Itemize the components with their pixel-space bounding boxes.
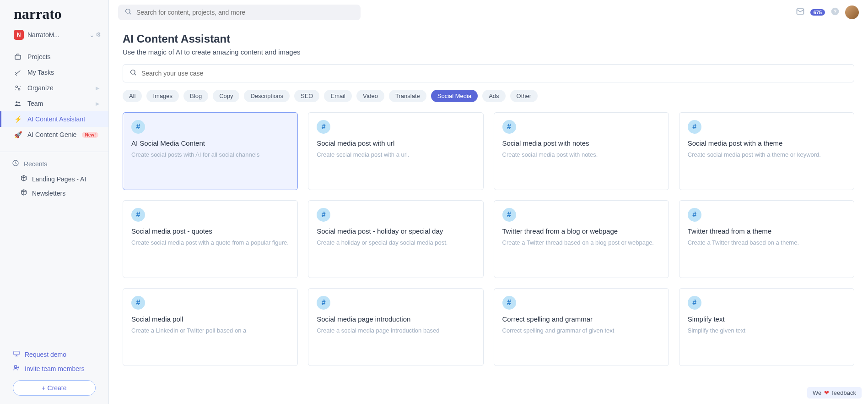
- card-title: Correct spelling and grammar: [502, 315, 660, 323]
- card-title: Social media post with a theme: [688, 139, 846, 147]
- global-search[interactable]: [118, 5, 361, 20]
- hash-icon: #: [131, 120, 145, 134]
- filter-all[interactable]: All: [123, 90, 142, 102]
- card-desc: Correct spelling and grammar of given te…: [502, 327, 660, 335]
- usecase-search-input[interactable]: [141, 70, 847, 77]
- global-search-input[interactable]: [136, 9, 354, 16]
- card-title: Twitter thread from a blog or webpage: [502, 227, 660, 235]
- help-icon[interactable]: ?: [830, 7, 840, 18]
- card-desc: Create a holiday or special day social m…: [317, 239, 474, 247]
- notification-count[interactable]: 675: [810, 9, 825, 16]
- svg-point-1: [16, 86, 17, 87]
- card-grid: #AI Social Media ContentCreate social po…: [123, 112, 854, 366]
- check-icon: [14, 69, 22, 76]
- filter-email[interactable]: Email: [324, 90, 352, 102]
- chevron-down-icon[interactable]: ⌄: [89, 31, 95, 38]
- usecase-card[interactable]: #Social media post - quotesCreate social…: [123, 200, 298, 278]
- nav-team[interactable]: Team ▶: [0, 96, 108, 111]
- usecase-card[interactable]: #Social media post with a themeCreate so…: [679, 112, 854, 190]
- svg-point-2: [18, 88, 20, 90]
- recent-item[interactable]: Landing Pages - AI: [0, 172, 108, 186]
- nav-ai-content-genie[interactable]: 🚀 AI Content Genie New!: [0, 127, 108, 142]
- recents-header: Recents: [0, 156, 108, 172]
- svg-rect-6: [14, 351, 19, 355]
- search-icon: [129, 69, 137, 78]
- mail-icon[interactable]: [796, 7, 805, 18]
- filter-translate[interactable]: Translate: [389, 90, 426, 102]
- card-desc: Create a LinkedIn or Twitter poll based …: [131, 327, 289, 335]
- filter-social-media[interactable]: Social Media: [431, 90, 478, 102]
- main-area: 675 ? AI Content Assistant Use the magic…: [109, 0, 868, 404]
- hash-icon: #: [502, 208, 516, 222]
- usecase-card[interactable]: #Social media page introductionCreate a …: [308, 288, 483, 366]
- svg-point-3: [16, 101, 17, 103]
- svg-point-8: [126, 9, 130, 13]
- card-title: Social media post - holiday or special d…: [317, 227, 474, 235]
- team-icon: [14, 100, 22, 107]
- usecase-card[interactable]: #Twitter thread from a themeCreate a Twi…: [679, 200, 854, 278]
- nav-projects[interactable]: Projects: [0, 49, 108, 65]
- cube-icon: [20, 175, 27, 183]
- usecase-card[interactable]: #Social media post - holiday or special …: [308, 200, 483, 278]
- card-title: Simplify text: [688, 315, 846, 323]
- filter-other[interactable]: Other: [510, 90, 538, 102]
- card-desc: Create a Twitter thread based on a blog …: [502, 239, 660, 247]
- nav-organize[interactable]: Organize ▶: [0, 80, 108, 96]
- svg-point-12: [131, 70, 135, 74]
- clock-icon: [12, 159, 19, 168]
- chevron-right-icon: ▶: [96, 101, 99, 107]
- card-title: AI Social Media Content: [131, 139, 289, 147]
- filter-descriptions[interactable]: Descriptions: [244, 90, 290, 102]
- usecase-card[interactable]: #Social media post with notesCreate soci…: [494, 112, 669, 190]
- filter-images[interactable]: Images: [146, 90, 179, 102]
- filter-video[interactable]: Video: [356, 90, 384, 102]
- usecase-card[interactable]: #Social media post with urlCreate social…: [308, 112, 483, 190]
- topbar: 675 ?: [109, 0, 868, 25]
- usecase-search[interactable]: [123, 64, 854, 82]
- filter-seo[interactable]: SEO: [294, 90, 319, 102]
- card-desc: Create a Twitter thread based on a theme…: [688, 239, 846, 247]
- cube-icon: [20, 189, 27, 197]
- feedback-widget[interactable]: We ❤ feedback: [807, 387, 862, 399]
- briefcase-icon: [14, 53, 22, 60]
- create-button[interactable]: + Create: [13, 380, 96, 396]
- chevron-right-icon: ▶: [96, 85, 99, 91]
- gear-icon[interactable]: ⚙: [96, 31, 101, 38]
- organize-icon: [14, 84, 22, 92]
- page-title: AI Content Assistant: [123, 33, 854, 45]
- nav-ai-content-assistant[interactable]: ⚡ AI Content Assistant: [0, 111, 108, 127]
- card-title: Social media post with url: [317, 139, 474, 147]
- hash-icon: #: [502, 120, 516, 134]
- hash-icon: #: [317, 120, 330, 134]
- svg-rect-0: [15, 55, 21, 60]
- usecase-card[interactable]: #Social media pollCreate a LinkedIn or T…: [123, 288, 298, 366]
- hash-icon: #: [688, 120, 701, 134]
- filter-ads[interactable]: Ads: [482, 90, 505, 102]
- svg-point-7: [14, 366, 16, 368]
- workspace-selector[interactable]: N NarratoM... ⌄ ⚙: [0, 26, 108, 44]
- usecase-card[interactable]: #Simplify textSimplify the given text: [679, 288, 854, 366]
- sidebar-bottom: Request demo Invite team members + Creat…: [0, 341, 108, 404]
- workspace-name: NarratoM...: [27, 31, 86, 38]
- request-demo-link[interactable]: Request demo: [13, 347, 96, 361]
- usecase-card[interactable]: #Twitter thread from a blog or webpageCr…: [494, 200, 669, 278]
- primary-nav: Projects My Tasks Organize ▶ Team: [0, 44, 108, 148]
- monitor-icon: [13, 350, 20, 359]
- filter-blog[interactable]: Blog: [183, 90, 208, 102]
- nav-mytasks[interactable]: My Tasks: [0, 65, 108, 80]
- card-title: Twitter thread from a theme: [688, 227, 846, 235]
- recent-item[interactable]: Newsletters: [0, 186, 108, 200]
- new-badge: New!: [82, 132, 98, 138]
- card-title: Social media post - quotes: [131, 227, 289, 235]
- card-desc: Create social media post with notes.: [502, 151, 660, 159]
- card-desc: Create social media post with a url.: [317, 151, 474, 159]
- invite-team-link[interactable]: Invite team members: [13, 361, 96, 376]
- user-avatar[interactable]: [845, 5, 859, 19]
- usecase-card[interactable]: #Correct spelling and grammarCorrect spe…: [494, 288, 669, 366]
- usecase-card[interactable]: #AI Social Media ContentCreate social po…: [123, 112, 298, 190]
- hash-icon: #: [688, 296, 701, 310]
- filter-copy[interactable]: Copy: [213, 90, 239, 102]
- search-icon: [124, 8, 132, 17]
- heart-icon: ❤: [824, 389, 829, 396]
- brand-logo[interactable]: narrato: [0, 0, 108, 26]
